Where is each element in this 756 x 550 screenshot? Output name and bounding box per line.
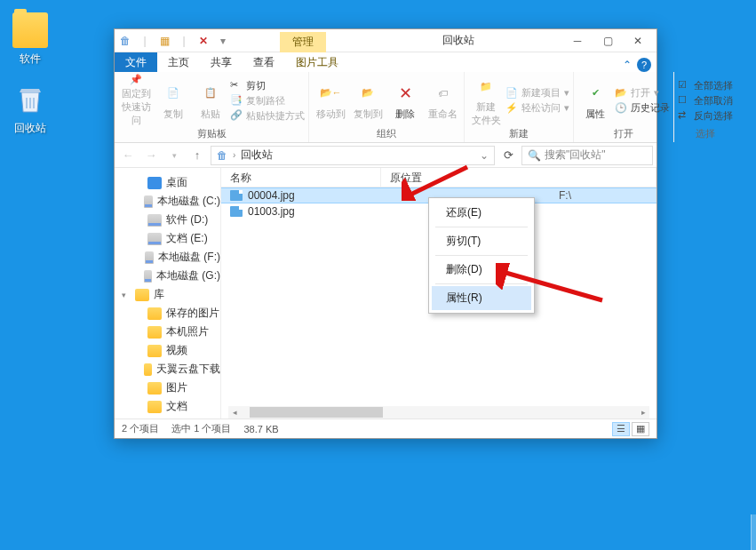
sidebar-item-label: 音乐 (166, 418, 187, 418)
select-all-button[interactable]: ☑全部选择 (678, 79, 733, 92)
sidebar-item[interactable]: 本机照片 (115, 323, 220, 341)
properties-button[interactable]: ✔ 属性 (577, 74, 613, 127)
collapse-ribbon-icon[interactable]: ⌃ (623, 59, 632, 71)
open-extra: 📂打开 ▾ 🕒历史记录 (615, 74, 670, 127)
explorer-window: 🗑 | ▦ | ✕ ▾ 管理 回收站 ─ ▢ ✕ 文件 主页 共享 查看 图片工… (114, 28, 657, 439)
details-view-button[interactable]: ☰ (612, 422, 630, 436)
thumbnails-view-button[interactable]: ▦ (632, 422, 649, 436)
ctx-separator (435, 227, 528, 227)
sidebar-item[interactable]: 本地磁盘 (C:) (115, 192, 220, 211)
tab-view[interactable]: 查看 (243, 52, 285, 72)
sidebar-item[interactable]: 视频 (115, 341, 220, 360)
maximize-button[interactable]: ▢ (593, 29, 623, 52)
window-title: 回收站 (442, 34, 474, 46)
tab-file[interactable]: 文件 (115, 52, 157, 72)
ribbon-group-open: ✔ 属性 📂打开 ▾ 🕒历史记录 打开 (574, 72, 674, 142)
scroll-right-icon[interactable]: ▸ (637, 406, 649, 418)
column-name[interactable]: 名称 (221, 168, 381, 187)
breadcrumb[interactable]: 🗑 › 回收站 ⌄ (211, 146, 495, 165)
scroll-thumb[interactable] (250, 407, 383, 418)
desktop-icon-software[interactable]: 软件 (4, 12, 57, 67)
paste-shortcut-button[interactable]: 🔗粘贴快捷方式 (230, 109, 305, 123)
titlebar: 🗑 | ▦ | ✕ ▾ 管理 回收站 ─ ▢ ✕ (115, 29, 657, 52)
image-file-icon (230, 190, 243, 201)
drive-icon (144, 195, 153, 208)
search-input[interactable]: 🔍 搜索"回收站" (521, 146, 653, 165)
show-desktop-button[interactable] (751, 514, 756, 550)
ribbon-group-select: ☑全部选择 ☐全部取消 ⇄反向选择 选择 (674, 72, 736, 142)
monitor-icon (147, 177, 162, 189)
ctx-delete[interactable]: 删除(D) (432, 258, 531, 282)
sidebar-item[interactable]: 保存的图片 (115, 304, 220, 323)
copy-button[interactable]: 📄 复制 (155, 74, 191, 127)
sidebar-item[interactable]: 文档 (115, 397, 220, 416)
easy-access-button[interactable]: ⚡轻松访问 ▾ (505, 101, 569, 115)
forward-button[interactable]: → (141, 146, 161, 165)
back-button[interactable]: ← (118, 146, 138, 165)
column-original-location[interactable]: 原位置 (381, 168, 657, 187)
properties-icon[interactable]: ▦ (157, 34, 171, 48)
caret-icon: ▾ (122, 291, 131, 299)
status-bar: 2 个项目 选中 1 个项目 38.7 KB ☰ ▦ (115, 418, 657, 438)
tab-home[interactable]: 主页 (157, 52, 200, 72)
sidebar-item-label: 图片 (166, 380, 187, 395)
chevron-down-icon[interactable]: ▾ (216, 34, 230, 48)
invert-selection-button[interactable]: ⇄反向选择 (678, 109, 733, 123)
easy-access-icon: ⚡ (505, 102, 518, 115)
sidebar-item-label: 库 (154, 287, 164, 302)
sidebar-item[interactable]: 音乐 (115, 416, 220, 418)
view-switcher: ☰ ▦ (612, 422, 649, 436)
sidebar: 桌面本地磁盘 (C:)软件 (D:)文档 (E:)本地磁盘 (F:)本地磁盘 (… (115, 168, 221, 418)
sidebar-item-label: 视频 (166, 343, 187, 358)
ctx-cut[interactable]: 剪切(T) (432, 229, 531, 253)
help-icon[interactable]: ? (637, 58, 651, 72)
sidebar-item-label: 本机照片 (166, 324, 209, 339)
desktop-icon-recycle-bin[interactable]: 回收站 (4, 82, 57, 136)
sidebar-item[interactable]: 图片 (115, 379, 220, 397)
tab-share[interactable]: 共享 (200, 52, 243, 72)
scroll-left-icon[interactable]: ◂ (228, 406, 241, 418)
delete-icon[interactable]: ✕ (196, 34, 211, 48)
folder-icon (147, 326, 162, 339)
recent-locations-button[interactable]: ▾ (164, 146, 184, 165)
file-name: 01003.jpg (248, 205, 295, 218)
shortcut-icon: 🔗 (230, 109, 243, 122)
sidebar-item[interactable]: 本地磁盘 (F:) (115, 248, 220, 267)
breadcrumb-location: 回收站 (241, 147, 273, 163)
sidebar-item[interactable]: 桌面 (115, 173, 220, 192)
status-size: 38.7 KB (243, 424, 278, 434)
rename-button[interactable]: 🏷 重命名 (425, 74, 460, 127)
close-button[interactable]: ✕ (623, 29, 653, 52)
cut-button[interactable]: ✂剪切 (230, 79, 305, 92)
ctx-properties[interactable]: 属性(R) (432, 286, 531, 310)
minimize-button[interactable]: ─ (562, 29, 593, 52)
chevron-down-icon[interactable]: ⌄ (480, 149, 489, 162)
select-none-button[interactable]: ☐全部取消 (678, 94, 733, 108)
ctx-restore[interactable]: 还原(E) (432, 201, 531, 225)
file-original-location: F:\ (559, 189, 657, 202)
horizontal-scrollbar[interactable]: ◂ ▸ (228, 406, 649, 418)
window-controls: ─ ▢ ✕ (562, 29, 653, 52)
new-folder-button[interactable]: 📁 新建 文件夹 (468, 74, 504, 127)
sidebar-item[interactable]: 软件 (D:) (115, 211, 220, 229)
refresh-button[interactable]: ⟳ (498, 148, 518, 162)
sidebar-item[interactable]: 本地磁盘 (G:) (115, 267, 220, 285)
sidebar-item[interactable]: ▾库 (115, 285, 220, 304)
sidebar-item[interactable]: 文档 (E:) (115, 229, 220, 248)
move-to-button[interactable]: 📂← 移动到 (313, 74, 348, 127)
history-button[interactable]: 🕒历史记录 (615, 101, 670, 115)
open-button[interactable]: 📂打开 ▾ (615, 86, 670, 100)
copy-path-button[interactable]: 📑复制路径 (230, 94, 305, 108)
tab-picture-tools[interactable]: 图片工具 (285, 52, 349, 72)
sidebar-item[interactable]: 天翼云盘下载 (115, 360, 220, 379)
ribbon: 📌 固定到 快速访问 📄 复制 📋 粘贴 ✂剪切 📑复制路径 🔗粘贴快捷方式 (115, 72, 657, 143)
ribbon-group-new: 📁 新建 文件夹 📄新建项目 ▾ ⚡轻松访问 ▾ 新建 (465, 72, 574, 142)
up-button[interactable]: ↑ (187, 146, 207, 165)
delete-button[interactable]: ✕ 删除 (387, 74, 423, 127)
new-item-button[interactable]: 📄新建项目 ▾ (505, 86, 569, 100)
paste-button[interactable]: 📋 粘贴 (193, 74, 228, 127)
status-item-count: 2 个项目 (122, 422, 159, 435)
copy-to-button[interactable]: 📂 复制到 (350, 74, 386, 127)
pin-to-quick-access-button[interactable]: 📌 固定到 快速访问 (118, 74, 154, 127)
invert-icon: ⇄ (678, 109, 690, 122)
